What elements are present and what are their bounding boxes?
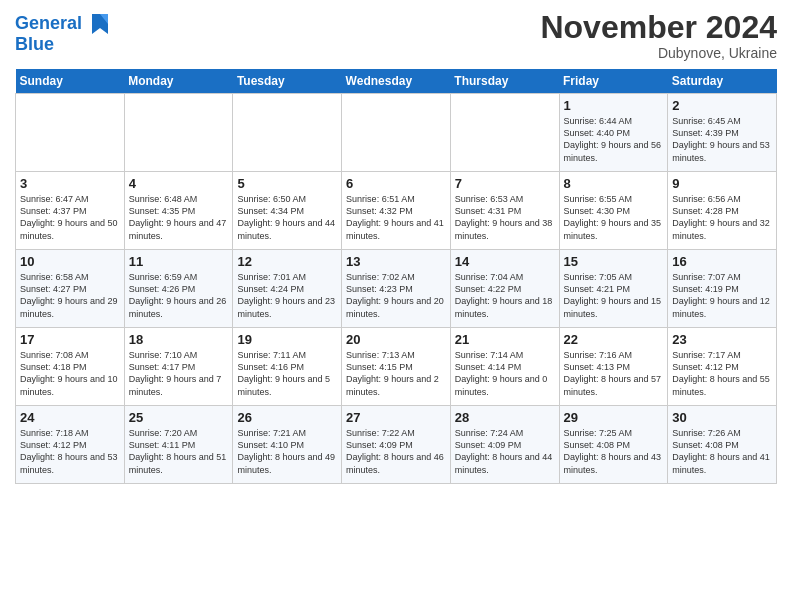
day-info: Sunrise: 7:26 AM Sunset: 4:08 PM Dayligh… <box>672 427 772 476</box>
main-container: General Blue November 2024 Dubynove, Ukr… <box>0 0 792 494</box>
calendar-cell: 23Sunrise: 7:17 AM Sunset: 4:12 PM Dayli… <box>668 328 777 406</box>
calendar-cell: 17Sunrise: 7:08 AM Sunset: 4:18 PM Dayli… <box>16 328 125 406</box>
day-info: Sunrise: 6:53 AM Sunset: 4:31 PM Dayligh… <box>455 193 555 242</box>
day-info: Sunrise: 7:08 AM Sunset: 4:18 PM Dayligh… <box>20 349 120 398</box>
calendar-cell: 11Sunrise: 6:59 AM Sunset: 4:26 PM Dayli… <box>124 250 233 328</box>
calendar-week-2: 3Sunrise: 6:47 AM Sunset: 4:37 PM Daylig… <box>16 172 777 250</box>
day-info: Sunrise: 7:17 AM Sunset: 4:12 PM Dayligh… <box>672 349 772 398</box>
calendar-cell: 10Sunrise: 6:58 AM Sunset: 4:27 PM Dayli… <box>16 250 125 328</box>
day-number: 3 <box>20 176 120 191</box>
day-number: 20 <box>346 332 446 347</box>
calendar-cell: 26Sunrise: 7:21 AM Sunset: 4:10 PM Dayli… <box>233 406 342 484</box>
day-info: Sunrise: 7:20 AM Sunset: 4:11 PM Dayligh… <box>129 427 229 476</box>
calendar-cell: 29Sunrise: 7:25 AM Sunset: 4:08 PM Dayli… <box>559 406 668 484</box>
calendar-week-3: 10Sunrise: 6:58 AM Sunset: 4:27 PM Dayli… <box>16 250 777 328</box>
calendar-cell <box>124 94 233 172</box>
day-info: Sunrise: 7:24 AM Sunset: 4:09 PM Dayligh… <box>455 427 555 476</box>
weekday-header-sunday: Sunday <box>16 69 125 94</box>
calendar-cell <box>342 94 451 172</box>
calendar-cell: 8Sunrise: 6:55 AM Sunset: 4:30 PM Daylig… <box>559 172 668 250</box>
weekday-header-friday: Friday <box>559 69 668 94</box>
day-info: Sunrise: 6:58 AM Sunset: 4:27 PM Dayligh… <box>20 271 120 320</box>
day-info: Sunrise: 7:04 AM Sunset: 4:22 PM Dayligh… <box>455 271 555 320</box>
day-number: 29 <box>564 410 664 425</box>
day-number: 11 <box>129 254 229 269</box>
weekday-header-row: SundayMondayTuesdayWednesdayThursdayFrid… <box>16 69 777 94</box>
day-number: 9 <box>672 176 772 191</box>
day-info: Sunrise: 7:22 AM Sunset: 4:09 PM Dayligh… <box>346 427 446 476</box>
day-number: 5 <box>237 176 337 191</box>
day-number: 6 <box>346 176 446 191</box>
day-info: Sunrise: 7:16 AM Sunset: 4:13 PM Dayligh… <box>564 349 664 398</box>
calendar-cell <box>450 94 559 172</box>
calendar-cell: 1Sunrise: 6:44 AM Sunset: 4:40 PM Daylig… <box>559 94 668 172</box>
day-info: Sunrise: 7:01 AM Sunset: 4:24 PM Dayligh… <box>237 271 337 320</box>
day-info: Sunrise: 6:44 AM Sunset: 4:40 PM Dayligh… <box>564 115 664 164</box>
calendar-cell: 16Sunrise: 7:07 AM Sunset: 4:19 PM Dayli… <box>668 250 777 328</box>
calendar-week-5: 24Sunrise: 7:18 AM Sunset: 4:12 PM Dayli… <box>16 406 777 484</box>
weekday-header-saturday: Saturday <box>668 69 777 94</box>
title-block: November 2024 Dubynove, Ukraine <box>540 10 777 61</box>
day-number: 17 <box>20 332 120 347</box>
calendar-week-1: 1Sunrise: 6:44 AM Sunset: 4:40 PM Daylig… <box>16 94 777 172</box>
day-number: 22 <box>564 332 664 347</box>
day-info: Sunrise: 6:51 AM Sunset: 4:32 PM Dayligh… <box>346 193 446 242</box>
calendar-cell: 15Sunrise: 7:05 AM Sunset: 4:21 PM Dayli… <box>559 250 668 328</box>
day-info: Sunrise: 7:14 AM Sunset: 4:14 PM Dayligh… <box>455 349 555 398</box>
calendar-cell: 25Sunrise: 7:20 AM Sunset: 4:11 PM Dayli… <box>124 406 233 484</box>
day-info: Sunrise: 6:59 AM Sunset: 4:26 PM Dayligh… <box>129 271 229 320</box>
calendar-table: SundayMondayTuesdayWednesdayThursdayFrid… <box>15 69 777 484</box>
day-info: Sunrise: 7:25 AM Sunset: 4:08 PM Dayligh… <box>564 427 664 476</box>
day-number: 14 <box>455 254 555 269</box>
day-info: Sunrise: 7:11 AM Sunset: 4:16 PM Dayligh… <box>237 349 337 398</box>
day-info: Sunrise: 6:56 AM Sunset: 4:28 PM Dayligh… <box>672 193 772 242</box>
day-number: 16 <box>672 254 772 269</box>
day-number: 4 <box>129 176 229 191</box>
day-info: Sunrise: 7:13 AM Sunset: 4:15 PM Dayligh… <box>346 349 446 398</box>
calendar-cell: 2Sunrise: 6:45 AM Sunset: 4:39 PM Daylig… <box>668 94 777 172</box>
weekday-header-tuesday: Tuesday <box>233 69 342 94</box>
day-info: Sunrise: 7:10 AM Sunset: 4:17 PM Dayligh… <box>129 349 229 398</box>
day-number: 13 <box>346 254 446 269</box>
day-number: 30 <box>672 410 772 425</box>
day-number: 27 <box>346 410 446 425</box>
calendar-cell <box>233 94 342 172</box>
calendar-cell: 27Sunrise: 7:22 AM Sunset: 4:09 PM Dayli… <box>342 406 451 484</box>
logo-icon <box>88 10 112 38</box>
calendar-cell <box>16 94 125 172</box>
day-number: 21 <box>455 332 555 347</box>
day-info: Sunrise: 7:21 AM Sunset: 4:10 PM Dayligh… <box>237 427 337 476</box>
calendar-cell: 9Sunrise: 6:56 AM Sunset: 4:28 PM Daylig… <box>668 172 777 250</box>
calendar-cell: 12Sunrise: 7:01 AM Sunset: 4:24 PM Dayli… <box>233 250 342 328</box>
calendar-cell: 22Sunrise: 7:16 AM Sunset: 4:13 PM Dayli… <box>559 328 668 406</box>
calendar-cell: 20Sunrise: 7:13 AM Sunset: 4:15 PM Dayli… <box>342 328 451 406</box>
day-number: 18 <box>129 332 229 347</box>
day-info: Sunrise: 7:02 AM Sunset: 4:23 PM Dayligh… <box>346 271 446 320</box>
day-info: Sunrise: 7:07 AM Sunset: 4:19 PM Dayligh… <box>672 271 772 320</box>
weekday-header-wednesday: Wednesday <box>342 69 451 94</box>
day-info: Sunrise: 6:47 AM Sunset: 4:37 PM Dayligh… <box>20 193 120 242</box>
day-number: 25 <box>129 410 229 425</box>
day-info: Sunrise: 6:55 AM Sunset: 4:30 PM Dayligh… <box>564 193 664 242</box>
day-info: Sunrise: 7:18 AM Sunset: 4:12 PM Dayligh… <box>20 427 120 476</box>
calendar-cell: 3Sunrise: 6:47 AM Sunset: 4:37 PM Daylig… <box>16 172 125 250</box>
day-info: Sunrise: 6:50 AM Sunset: 4:34 PM Dayligh… <box>237 193 337 242</box>
calendar-cell: 14Sunrise: 7:04 AM Sunset: 4:22 PM Dayli… <box>450 250 559 328</box>
calendar-cell: 6Sunrise: 6:51 AM Sunset: 4:32 PM Daylig… <box>342 172 451 250</box>
calendar-cell: 7Sunrise: 6:53 AM Sunset: 4:31 PM Daylig… <box>450 172 559 250</box>
calendar-cell: 18Sunrise: 7:10 AM Sunset: 4:17 PM Dayli… <box>124 328 233 406</box>
day-info: Sunrise: 7:05 AM Sunset: 4:21 PM Dayligh… <box>564 271 664 320</box>
location: Dubynove, Ukraine <box>540 45 777 61</box>
day-number: 10 <box>20 254 120 269</box>
calendar-cell: 24Sunrise: 7:18 AM Sunset: 4:12 PM Dayli… <box>16 406 125 484</box>
day-number: 7 <box>455 176 555 191</box>
weekday-header-thursday: Thursday <box>450 69 559 94</box>
calendar-cell: 21Sunrise: 7:14 AM Sunset: 4:14 PM Dayli… <box>450 328 559 406</box>
calendar-cell: 19Sunrise: 7:11 AM Sunset: 4:16 PM Dayli… <box>233 328 342 406</box>
weekday-header-monday: Monday <box>124 69 233 94</box>
day-number: 2 <box>672 98 772 113</box>
day-number: 26 <box>237 410 337 425</box>
day-number: 24 <box>20 410 120 425</box>
calendar-cell: 30Sunrise: 7:26 AM Sunset: 4:08 PM Dayli… <box>668 406 777 484</box>
calendar-cell: 5Sunrise: 6:50 AM Sunset: 4:34 PM Daylig… <box>233 172 342 250</box>
